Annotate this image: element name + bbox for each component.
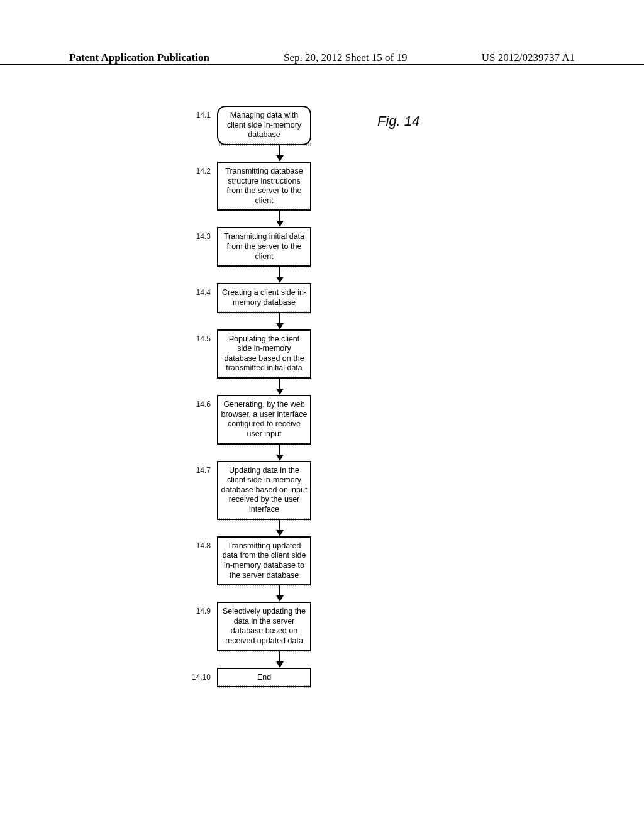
step-number: 14.7 xyxy=(179,461,217,475)
step-box: Transmitting database structure instruct… xyxy=(217,162,311,211)
step-number: 14.2 xyxy=(179,162,217,175)
flow-step: 14.7Updating data in the client side in-… xyxy=(179,461,343,520)
flow-step: 14.2Transmitting database structure inst… xyxy=(179,162,343,211)
arrow-down-icon xyxy=(233,145,327,162)
step-box: Transmitting updated data from the clien… xyxy=(217,536,311,586)
flow-step: 14.4Creating a client side in-memory dat… xyxy=(179,283,343,313)
step-box: Updating data in the client side in-memo… xyxy=(217,461,311,520)
step-number: 14.4 xyxy=(179,283,217,297)
flow-step: 14.8Transmitting updated data from the c… xyxy=(179,536,343,586)
step-number: 14.8 xyxy=(179,536,217,550)
step-box: Populating the client side in-memory dat… xyxy=(217,329,311,379)
arrow-down-icon xyxy=(233,379,327,395)
arrow-down-icon xyxy=(233,520,327,536)
step-number: 14.9 xyxy=(179,602,217,616)
arrow-down-icon xyxy=(233,651,327,668)
step-number: 14.1 xyxy=(179,106,217,119)
step-number: 14.6 xyxy=(179,395,217,409)
step-box: Selectively updating the data in the ser… xyxy=(217,602,311,651)
step-box: Managing data with client side in-memory… xyxy=(217,106,311,145)
flow-step: 14.6Generating, by the web browser, a us… xyxy=(179,395,343,445)
step-box: End xyxy=(217,668,311,688)
header-left: Patent Application Publication xyxy=(69,52,209,64)
step-box: Creating a client side in-memory databas… xyxy=(217,283,311,313)
figure-title: Fig. 14 xyxy=(377,113,419,130)
arrow-down-icon xyxy=(233,445,327,461)
arrow-down-icon xyxy=(233,313,327,329)
step-box: Transmitting initial data from the serve… xyxy=(217,227,311,267)
arrow-down-icon xyxy=(233,267,327,283)
flow-step: 14.5Populating the client side in-memory… xyxy=(179,329,343,379)
flow-step: 14.10End xyxy=(179,668,343,688)
flow-step: 14.1Managing data with client side in-me… xyxy=(179,106,343,145)
step-box: Generating, by the web browser, a user i… xyxy=(217,395,311,445)
page-header: Patent Application Publication Sep. 20, … xyxy=(0,52,644,65)
flowchart: 14.1Managing data with client side in-me… xyxy=(179,106,343,687)
step-number: 14.5 xyxy=(179,329,217,343)
step-number: 14.10 xyxy=(179,668,217,682)
flow-step: 14.9Selectively updating the data in the… xyxy=(179,602,343,651)
arrow-down-icon xyxy=(233,211,327,227)
arrow-down-icon xyxy=(233,585,327,602)
step-number: 14.3 xyxy=(179,227,217,241)
header-middle: Sep. 20, 2012 Sheet 15 of 19 xyxy=(284,52,407,64)
header-right: US 2012/0239737 A1 xyxy=(482,52,575,64)
flow-step: 14.3Transmitting initial data from the s… xyxy=(179,227,343,267)
